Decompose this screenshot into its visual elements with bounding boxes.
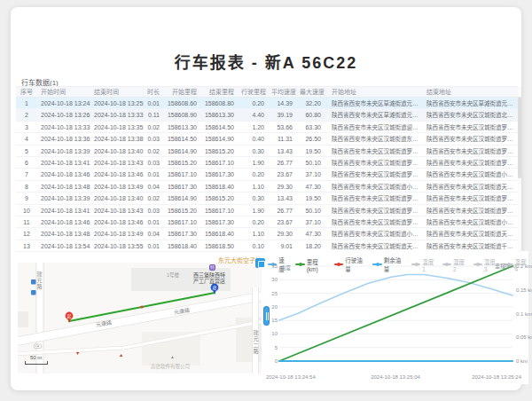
table-scrollbar[interactable] [518,86,521,253]
table-cell: 0.20 [241,169,271,179]
map-attribution: 高德软件有限公司 [151,363,190,370]
table-cell: 陕西省西安市未央区汉城街道罗高路西北128米 道平小学 [423,133,518,144]
table-row[interactable]: 122024-10-18 13:48:312024-10-18 13:49:05… [16,228,518,240]
bus-stop-icon [31,290,36,295]
table-row[interactable]: 82024-10-18 13:48:312024-10-18 13:49:050… [16,181,518,193]
table-cell: 0.02 [144,122,167,132]
table-row[interactable]: 52024-10-18 13:39:252024-10-18 13:40:440… [16,145,518,157]
table-cell: 2024-10-18 13:49:05 [90,181,144,192]
table-cell: 陕西省西安市未央区汉城街道罗高路西安警官艺术博物馆旁 [328,169,423,179]
x-axis-tick: 2024-10-18 13:25:04 [355,374,436,380]
table-cell: 158618.40 [204,228,241,239]
table-cell: 0.11 [144,109,167,120]
table-cell: 2024-10-18 13:38:05 [90,133,144,144]
right-axis-tick: 0.05 km [516,334,532,340]
chart-legend: 速度里程(km)行驶油量剩余油量温度1温度2温度3温度4 [268,256,528,273]
table-cell: 陕西省西安市未央区汉城街道小北大道东202米 西高村 [423,216,518,227]
table-cell: 26.77 [271,205,300,216]
table-cell: 19.50 [300,193,328,203]
right-axis-name: 里程(km) [495,262,516,270]
scrollbar-thumb[interactable] [518,97,521,178]
table-cell: 19.50 [300,145,328,156]
datazoom-handle-icon[interactable] [263,306,270,326]
map-layers-icon[interactable] [255,258,265,268]
table-cell: 陕西省西安市未央区汉城街道千岛湖西安市节能人村公交站旁 [423,240,518,251]
road-label-jianyuan: 建元路 [35,271,43,290]
table-row[interactable]: 22024-10-18 13:26:202024-10-18 13:33:040… [16,109,518,121]
table-row[interactable]: 92024-10-18 13:39:252024-10-18 13:40:440… [16,193,518,204]
scale-bar [25,361,48,365]
table-cell: 9.01 [271,240,300,251]
legend-item-剩余油量[interactable]: 剩余油量 [372,256,405,273]
table-cell: 37.10 [300,216,328,227]
table-cell: 158608.60 [167,98,204,108]
column-header: 最大速度 [300,87,328,97]
table-row[interactable]: 102024-10-18 13:41:292024-10-18 13:43:45… [16,205,518,216]
table-cell: 0.04 [144,181,167,192]
legend-label: 行驶油量 [345,256,366,273]
column-header: 时长 [144,87,167,97]
legend-item-温度1[interactable]: 温度1 [411,257,436,272]
table-cell: 158614.90 [167,193,204,203]
table-row[interactable]: 42024-10-18 13:36:002024-10-18 13:38:050… [16,133,518,145]
column-header: 开始时间 [37,87,90,97]
table-cell: 0.30 [241,145,271,156]
table-cell: 158617.10 [167,169,204,179]
table-cell: 0.10 [241,240,271,251]
table-row[interactable]: 72024-10-18 13:46:172024-10-18 13:46:450… [16,169,518,180]
table-cell: 陕西省西安市未央区汉城街道罗高路高桥村村委会公交站东87米 [328,205,423,216]
table-cell: 11 [16,216,37,227]
table-cell: 158614.50 [167,133,204,144]
route-map[interactable]: 起 终 建元路 元康路 元康路 建元二 [18,263,262,373]
table-cell: 158615.20 [204,193,241,203]
table-row[interactable]: 112024-10-18 13:46:172024-10-18 13:46:45… [16,216,518,228]
table-body: 12024-10-18 13:24:542024-10-18 13:25:440… [16,98,518,252]
table-cell: 13.43 [271,145,300,156]
poi-marker-icon [76,352,79,355]
table-cell: 1.10 [241,228,271,239]
shop-poi-icon: 特 [209,264,215,271]
table-cell: 26.77 [271,157,300,168]
table-row[interactable]: 12024-10-18 13:24:542024-10-18 13:25:440… [16,98,518,109]
table-cell: 0.02 [144,193,167,203]
series-里程(km) [279,266,512,361]
table-cell: 陕西省西安市未央区汉城街道东二环辅路西咸环线西北二环辅路 [328,133,423,144]
table-row[interactable]: 62024-10-18 13:41:292024-10-18 13:43:450… [16,157,518,169]
table-header-row: 序号开始时间结束时间时长开始里程结束里程行驶里程平均速度最大速度开始地址结束地址 [16,86,518,98]
left-axis-tick: 30 [266,277,278,282]
table-cell: 158617.30 [204,216,241,227]
legend-marker-icon [473,263,482,265]
table-cell: 13.43 [271,193,300,203]
table-cell: 1.90 [241,157,271,168]
table-cell: 3 [16,122,37,132]
table-cell: 158614.50 [204,122,241,132]
transit-dot [37,345,39,347]
legend-item-温度2[interactable]: 温度2 [442,257,467,272]
column-header: 开始地址 [328,87,423,97]
column-header: 行驶里程 [241,87,271,97]
table-row[interactable]: 32024-10-18 13:33:442024-10-18 13:35:050… [16,122,518,133]
legend-item-行驶油量[interactable]: 行驶油量 [334,256,367,273]
legend-marker-icon [295,263,304,265]
table-cell: 2024-10-18 13:46:45 [90,169,144,179]
scale-label: 50 m [30,355,48,360]
table-cell: 2024-10-18 13:33:44 [37,122,90,132]
x-axis-tick: 2024-10-18 13:24:54 [266,374,316,380]
column-header: 序号 [16,87,37,97]
table-cell: 158617.30 [204,169,241,179]
table-cell: 2024-10-18 13:43:45 [90,205,144,216]
table-cell: 2024-10-18 13:33:04 [90,109,144,120]
table-cell: 陕西省西安市未央区汉城街道天下一分田西涌立交桥小西侧 [423,228,518,239]
left-axis-tick: 25 [266,291,278,296]
table-cell: 4.40 [241,109,271,120]
table-cell: 8 [16,181,37,192]
end-pin-label: 终 [213,285,217,291]
table-cell: 158617.10 [204,157,241,168]
table-cell: 0.04 [144,228,167,239]
table-cell: 陕西省西安市未央区汉城街道小北大道东202米 西高村 [423,169,518,179]
legend-label: 里程(km) [307,257,328,272]
table-cell: 4 [16,133,37,144]
legend-item-里程(km)[interactable]: 里程(km) [295,257,328,272]
table-cell: 12 [16,228,37,239]
table-cell: 158615.20 [167,157,204,168]
